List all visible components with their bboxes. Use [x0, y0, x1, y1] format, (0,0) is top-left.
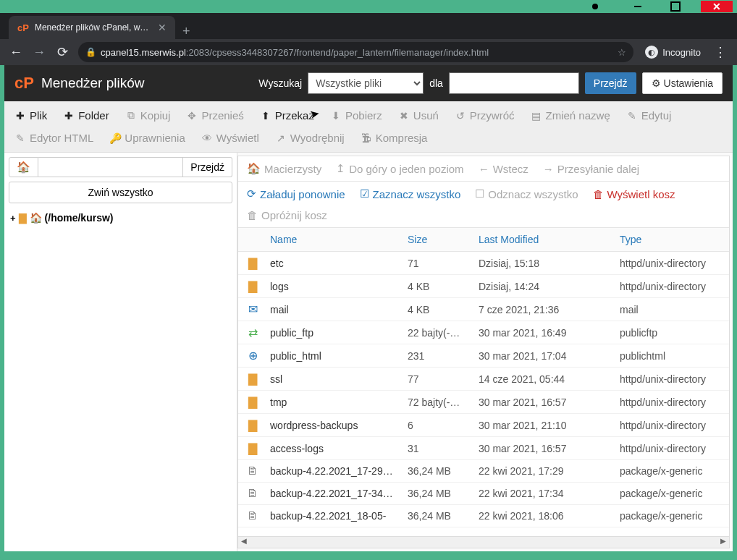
- html-icon: ✎: [14, 132, 26, 144]
- col-name[interactable]: Name: [263, 228, 400, 252]
- archive-icon: 🗎: [245, 487, 260, 500]
- file-row[interactable]: ✉mail4 KB7 cze 2021, 21:36mail: [238, 298, 729, 321]
- toolbar-folder-button[interactable]: ✚Folder: [60, 105, 112, 126]
- scroll-left-icon[interactable]: ◀: [238, 537, 250, 548]
- file-modified: Dzisiaj, 15:18: [471, 252, 612, 275]
- toolbar-kopiuj-button[interactable]: ⧉Kopiuj: [122, 105, 174, 126]
- sidebar-go-button[interactable]: Przejdź: [183, 157, 232, 177]
- toolbar-wyodr-bnij-button[interactable]: ↗Wyodrębnij: [272, 127, 348, 148]
- file-modified: 22 kwi 2021, 17:29: [471, 460, 612, 483]
- file-type: httpd/unix-directory: [612, 414, 729, 437]
- nav-home-button[interactable]: 🏠Macierzysty: [247, 162, 321, 175]
- file-row[interactable]: 🗎backup-4.22.2021_17-34-46_kursw.tar.gz3…: [238, 483, 729, 505]
- nav-back-button[interactable]: ←Wstecz: [479, 162, 528, 175]
- browser-tab[interactable]: cP Menedżer plików cPanel, wer. 3 ✕: [9, 16, 175, 39]
- file-row[interactable]: ⊕public_html23130 mar 2021, 17:04publich…: [238, 344, 729, 368]
- scroll-right-icon[interactable]: ▶: [717, 537, 729, 548]
- search-go-button[interactable]: Przejdź: [585, 72, 636, 94]
- file-name: ssl: [263, 368, 400, 391]
- file-table: Name Size Last Modified Type ▇etc71Dzisi…: [238, 228, 729, 527]
- unselect-all-button[interactable]: ☐Odznacz wszystko: [475, 187, 578, 200]
- tree-root-label: (/home/kursw): [45, 212, 114, 224]
- file-row[interactable]: ▇wordpress-backups630 mar 2021, 21:10htt…: [238, 414, 729, 437]
- url-domain: cpanel15.mserwis.pl: [101, 47, 186, 58]
- view-icon: 👁: [201, 132, 213, 144]
- search-input[interactable]: [449, 72, 579, 94]
- toolbar-usu--button[interactable]: ✖Usuń: [395, 105, 442, 126]
- settings-label: Ustawienia: [664, 77, 713, 89]
- toolbar-przeka--button[interactable]: ⬆Przekaż: [257, 105, 317, 126]
- collapse-all-button[interactable]: Zwiń wszystko: [9, 182, 232, 203]
- file-row[interactable]: ▇etc71Dzisiaj, 15:18httpd/unix-directory: [238, 252, 729, 275]
- search-label: Wyszukaj: [258, 77, 302, 89]
- move-icon: ✥: [186, 110, 198, 122]
- extract-icon: ↗: [275, 132, 287, 144]
- browser-menu-button[interactable]: ⋮: [709, 44, 731, 60]
- col-type[interactable]: Type: [612, 228, 729, 252]
- toolbar-edytor-html-button[interactable]: ✎Edytor HTML: [12, 127, 96, 148]
- file-name: etc: [263, 252, 400, 275]
- toolbar-przenie--button[interactable]: ✥Przenieś: [183, 105, 246, 126]
- file-row[interactable]: ▇logs4 KBDzisiaj, 14:24httpd/unix-direct…: [238, 275, 729, 298]
- reload-icon: ⟳: [247, 187, 256, 200]
- os-titlebar: ✕: [0, 0, 737, 13]
- action-bar: ⟳Załaduj ponownie ☑Zaznacz wszystko ☐Odz…: [238, 182, 729, 228]
- file-size: 36,24 MB: [400, 483, 471, 505]
- file-type: package/x-generic: [612, 505, 729, 527]
- nav-back-button[interactable]: ←: [6, 42, 26, 62]
- lock-icon: 🔒: [85, 47, 96, 57]
- undo-icon: ↺: [455, 110, 466, 122]
- col-icon[interactable]: [238, 228, 263, 252]
- file-type: package/x-generic: [612, 483, 729, 505]
- empty-trash-button[interactable]: 🗑Opróżnij kosz: [247, 209, 327, 221]
- settings-button[interactable]: ⚙ Ustawienia: [642, 72, 723, 94]
- file-row[interactable]: 🗎backup-4.22.2021_17-29-41_kursw.tar.gz3…: [238, 460, 729, 483]
- file-size: 71: [400, 252, 471, 275]
- toolbar-przywr--button[interactable]: ↺Przywróć: [452, 105, 518, 126]
- file-row[interactable]: 🗎backup-4.22.2021_18-05-36,24 MB22 kwi 2…: [238, 505, 729, 527]
- address-bar[interactable]: 🔒 cpanel15.mserwis.pl:2083/cpsess3448307…: [78, 42, 633, 62]
- tab-close-icon[interactable]: ✕: [158, 22, 167, 33]
- bookmark-star-icon[interactable]: ☆: [618, 47, 626, 58]
- file-row[interactable]: ▇tmp72 bajty(-ów)30 mar 2021, 16:57httpd…: [238, 391, 729, 414]
- toolbar-plik-button[interactable]: ✚Plik: [12, 105, 50, 126]
- gear-icon: ⚙: [652, 77, 661, 89]
- toolbar-wy-wietl-button[interactable]: 👁Wyświetl: [198, 127, 262, 148]
- file-size: 77: [400, 368, 471, 391]
- col-size[interactable]: Size: [400, 228, 471, 252]
- file-name: public_html: [263, 344, 400, 368]
- select-all-button[interactable]: ☑Zaznacz wszystko: [360, 187, 461, 200]
- file-row[interactable]: ⇄public_ftp22 bajty(-ów)30 mar 2021, 16:…: [238, 321, 729, 344]
- minimize-button[interactable]: [626, 1, 650, 12]
- reload-button[interactable]: ⟳Załaduj ponownie: [247, 187, 345, 200]
- toolbar-kompresja-button[interactable]: 🗜Kompresja: [358, 127, 431, 148]
- nav-reload-button[interactable]: ⟳: [52, 42, 72, 62]
- toolbar-zmie-nazw--button[interactable]: ▤Zmień nazwę: [528, 105, 613, 126]
- toolbar-edytuj-button[interactable]: ✎Edytuj: [623, 105, 675, 126]
- horizontal-scrollbar[interactable]: ◀ ▶: [238, 536, 729, 548]
- maximize-button[interactable]: [663, 1, 688, 12]
- perm-icon: 🔑: [109, 132, 121, 144]
- sidebar-path-input[interactable]: [38, 157, 183, 177]
- sidebar-home-button[interactable]: 🏠: [9, 157, 38, 177]
- col-modified[interactable]: Last Modified: [471, 228, 612, 252]
- window-close-button[interactable]: ✕: [701, 1, 733, 12]
- tree-expand-icon[interactable]: +: [10, 213, 16, 224]
- new-tab-button[interactable]: +: [175, 24, 198, 39]
- file-name: wordpress-backups: [263, 414, 400, 437]
- nav-forward-button[interactable]: →: [29, 42, 49, 62]
- search-scope-select[interactable]: Wszystkie pliki: [308, 72, 424, 94]
- file-table-scroll[interactable]: Name Size Last Modified Type ▇etc71Dzisi…: [238, 228, 729, 536]
- nav-fwd-button[interactable]: →Przesyłanie dalej: [543, 162, 639, 175]
- toolbar-uprawnienia-button[interactable]: 🔑Uprawnienia: [106, 127, 188, 148]
- view-trash-button[interactable]: 🗑Wyświetl kosz: [593, 187, 675, 200]
- toolbar-pobierz-button[interactable]: ⬇Pobierz: [327, 105, 385, 126]
- tree-root-node[interactable]: + ▇ 🏠 (/home/kursw): [10, 212, 231, 224]
- main-panel: 🏠Macierzysty↥Do góry o jeden poziom←Wste…: [237, 156, 730, 548]
- file-row[interactable]: ▇access-logs3130 mar 2021, 16:57httpd/un…: [238, 437, 729, 460]
- home-icon: 🏠: [247, 162, 261, 175]
- tab-title: Menedżer plików cPanel, wer. 3: [35, 22, 152, 33]
- nav-up-button[interactable]: ↥Do góry o jeden poziom: [336, 162, 463, 175]
- window-indicator-icon: [592, 4, 598, 9]
- file-row[interactable]: ▇ssl7714 cze 2021, 05:44httpd/unix-direc…: [238, 368, 729, 391]
